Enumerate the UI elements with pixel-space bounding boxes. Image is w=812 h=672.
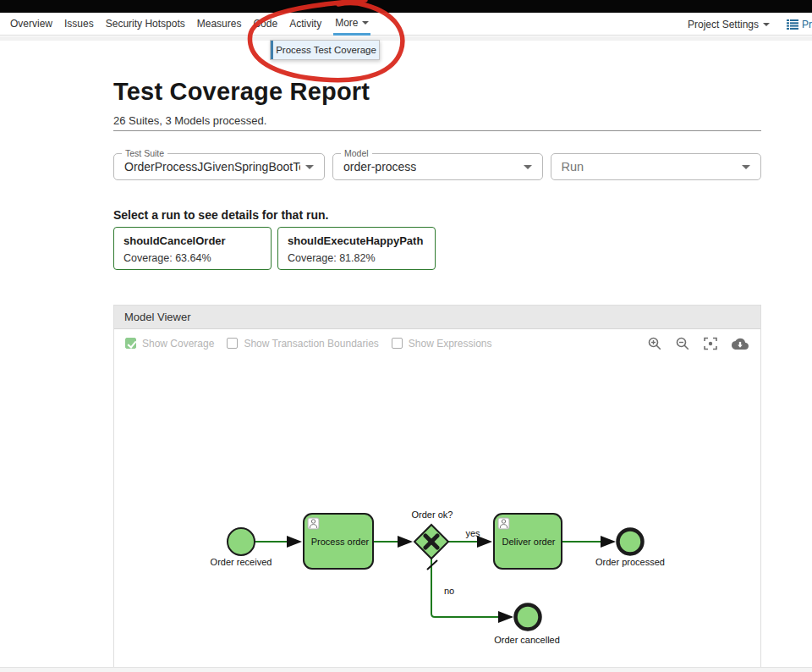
filter-row: Test Suite OrderProcessJGivenSpringBootT… bbox=[113, 153, 761, 180]
checkbox-icon bbox=[125, 338, 136, 349]
show-transaction-boundaries-label: Show Transaction Boundaries bbox=[244, 338, 378, 350]
page-footer-strip bbox=[0, 667, 812, 672]
checkbox-icon bbox=[392, 338, 403, 349]
nav-tab-more[interactable]: More bbox=[333, 13, 370, 36]
nav-tab-overview[interactable]: Overview bbox=[10, 18, 52, 30]
no-flow-label: no bbox=[444, 586, 454, 596]
more-dropdown-menu: Process Test Coverage bbox=[270, 40, 380, 60]
run-card-shouldCancelOrder[interactable]: shouldCancelOrder Coverage: 63.64% bbox=[113, 227, 272, 270]
run-name: shouldExecuteHappyPath bbox=[288, 234, 425, 247]
model-viewer-header: Model Viewer bbox=[114, 306, 760, 329]
chevron-down-icon bbox=[763, 23, 770, 26]
project-settings-label: Project Settings bbox=[688, 19, 759, 30]
test-suite-select-value: OrderProcessJGivenSpringBootTest bbox=[124, 160, 300, 174]
projects-link[interactable]: Pr bbox=[787, 19, 812, 30]
menu-item-process-test-coverage[interactable]: Process Test Coverage bbox=[271, 41, 379, 59]
zoom-in-icon[interactable] bbox=[648, 337, 661, 350]
show-expressions-checkbox[interactable]: Show Expressions bbox=[392, 338, 492, 350]
show-coverage-checkbox[interactable]: Show Coverage bbox=[125, 338, 214, 350]
list-icon bbox=[787, 19, 798, 30]
bpmn-canvas[interactable]: Order received Process order Order ok? y… bbox=[114, 357, 760, 667]
end-event-cancelled-label: Order cancelled bbox=[494, 635, 560, 645]
nav-tab-activity[interactable]: Activity bbox=[289, 18, 321, 30]
zoom-out-icon[interactable] bbox=[676, 337, 689, 350]
user-task-icon bbox=[498, 518, 509, 529]
fit-viewport-icon[interactable] bbox=[704, 337, 717, 350]
user-task-icon bbox=[308, 518, 319, 529]
start-event-label: Order received bbox=[211, 557, 272, 567]
test-suite-select[interactable]: Test Suite OrderProcessJGivenSpringBootT… bbox=[113, 153, 325, 180]
project-settings-menu[interactable]: Project Settings bbox=[688, 19, 770, 30]
run-coverage: Coverage: 81.82% bbox=[288, 252, 425, 264]
run-card-shouldExecuteHappyPath[interactable]: shouldExecuteHappyPath Coverage: 81.82% bbox=[277, 227, 436, 270]
nav-tab-code[interactable]: Code bbox=[253, 18, 277, 30]
run-section-heading: Select a run to see details for that run… bbox=[113, 208, 328, 222]
nav-sub-strip bbox=[0, 36, 812, 41]
projects-link-label: Pr bbox=[802, 19, 812, 30]
nav-tab-security-hotspots[interactable]: Security Hotspots bbox=[106, 18, 185, 30]
bpmn-diagram: Order received Process order Order ok? y… bbox=[114, 357, 760, 667]
task-process-order-label: Process order bbox=[311, 537, 370, 547]
end-event-processed bbox=[618, 530, 643, 554]
show-coverage-label: Show Coverage bbox=[142, 338, 214, 350]
end-event-processed-label: Order processed bbox=[595, 557, 665, 567]
yes-flow-label: yes bbox=[465, 528, 480, 538]
chevron-down-icon bbox=[305, 165, 314, 169]
run-coverage: Coverage: 63.64% bbox=[123, 252, 261, 264]
model-select[interactable]: Model order-process bbox=[332, 153, 543, 180]
run-select-placeholder: Run bbox=[562, 160, 584, 174]
chevron-down-icon bbox=[362, 21, 369, 25]
model-select-value: order-process bbox=[343, 160, 416, 174]
nav-tab-measures[interactable]: Measures bbox=[197, 18, 242, 30]
page-subtitle: 26 Suites, 3 Models processed. bbox=[113, 114, 266, 127]
chevron-down-icon bbox=[742, 165, 750, 169]
model-select-label: Model bbox=[341, 148, 372, 158]
download-icon[interactable] bbox=[732, 337, 749, 350]
viewer-tools bbox=[648, 337, 749, 350]
gateway-label: Order ok? bbox=[412, 510, 453, 520]
run-cards: shouldCancelOrder Coverage: 63.64% shoul… bbox=[113, 227, 436, 270]
page-title: Test Coverage Report bbox=[113, 78, 370, 106]
navbar-right: Project Settings Pr bbox=[688, 13, 812, 36]
model-viewer-title: Model Viewer bbox=[124, 311, 191, 323]
top-black-bar bbox=[0, 0, 812, 13]
test-suite-select-label: Test Suite bbox=[122, 148, 167, 158]
checkbox-icon bbox=[227, 338, 238, 349]
model-viewer-toolbar: Show Coverage Show Transaction Boundarie… bbox=[114, 329, 760, 357]
show-expressions-label: Show Expressions bbox=[409, 338, 492, 350]
task-deliver-order-label: Deliver order bbox=[502, 537, 556, 547]
start-event bbox=[228, 528, 255, 555]
nav-more-label: More bbox=[335, 17, 358, 29]
show-transaction-boundaries-checkbox[interactable]: Show Transaction Boundaries bbox=[227, 338, 378, 350]
project-navbar: Overview Issues Security Hotspots Measur… bbox=[0, 13, 812, 36]
end-event-cancelled bbox=[516, 605, 540, 630]
chevron-down-icon bbox=[524, 165, 532, 169]
run-name: shouldCancelOrder bbox=[123, 234, 261, 247]
nav-tab-issues[interactable]: Issues bbox=[64, 18, 94, 30]
divider bbox=[113, 130, 761, 131]
model-viewer-panel: Model Viewer Show Coverage Show Transact… bbox=[113, 305, 761, 668]
run-select[interactable]: Run bbox=[551, 153, 762, 180]
